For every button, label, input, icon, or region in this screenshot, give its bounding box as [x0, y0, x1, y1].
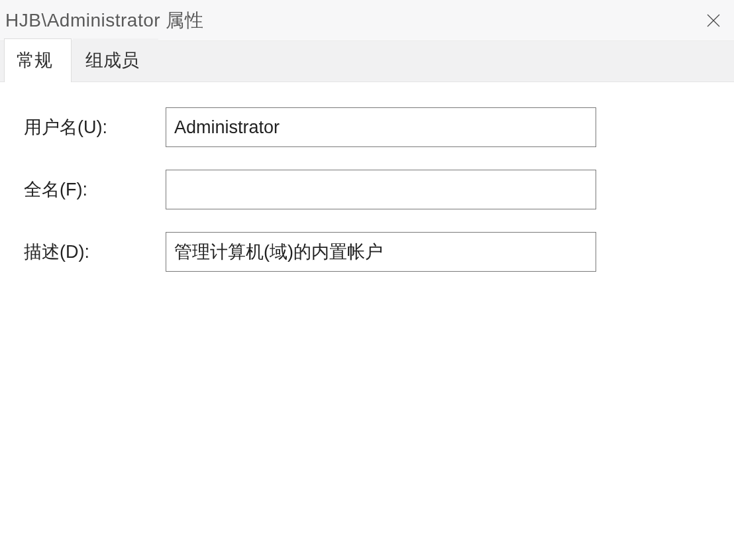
row-username: 用户名(U):: [20, 107, 714, 147]
tab-members[interactable]: 组成员: [73, 38, 158, 82]
label-fullname: 全名(F):: [20, 178, 166, 201]
input-fullname[interactable]: [166, 170, 596, 209]
label-description: 描述(D):: [20, 240, 166, 264]
input-description[interactable]: [166, 232, 596, 272]
titlebar: HJB\Administrator 属性: [0, 0, 734, 41]
tab-content: 用户名(U): 全名(F): 描述(D):: [0, 82, 734, 560]
close-icon: [706, 13, 721, 28]
row-description: 描述(D):: [20, 232, 714, 272]
row-fullname: 全名(F):: [20, 170, 714, 209]
properties-dialog: HJB\Administrator 属性 常规 组成员 用户名(U): 全名(F…: [0, 0, 734, 560]
window-title: HJB\Administrator 属性: [5, 8, 203, 33]
label-username: 用户名(U):: [20, 115, 166, 139]
tab-general[interactable]: 常规: [4, 38, 72, 82]
close-button[interactable]: [700, 7, 727, 34]
tab-strip: 常规 组成员: [0, 41, 734, 82]
input-username[interactable]: [166, 107, 596, 147]
